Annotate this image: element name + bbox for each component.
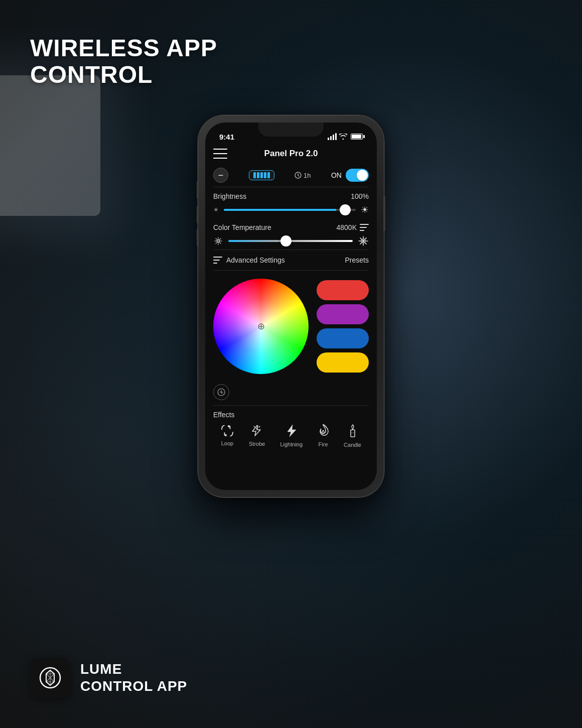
svg-point-2 <box>217 240 219 242</box>
headline: WIRELESS APP CONTROL <box>30 35 217 88</box>
strobe-effect[interactable]: Strobe <box>249 425 265 447</box>
color-preset-blue[interactable] <box>317 328 369 348</box>
color-wheel <box>213 279 309 374</box>
edit-icon-row <box>213 382 369 405</box>
app-title: Panel Pro 2.0 <box>264 149 318 159</box>
lightning-icon <box>287 424 296 439</box>
menu-icon[interactable] <box>213 149 227 159</box>
svg-point-4 <box>362 240 365 242</box>
minus-button[interactable]: − <box>213 168 228 183</box>
battery-segments <box>253 172 270 178</box>
candle-effect[interactable]: Candle <box>344 424 361 448</box>
color-temp-value: 4800K <box>337 223 357 231</box>
strobe-icon <box>251 425 262 439</box>
brightness-label: Brightness <box>213 192 246 200</box>
status-icons <box>328 133 363 140</box>
color-presets <box>317 280 369 373</box>
settings-list-icon <box>213 257 222 264</box>
color-area: ⊕ <box>213 271 369 382</box>
color-preset-purple[interactable] <box>317 304 369 324</box>
app-content: Panel Pro 2.0 − <box>205 145 377 453</box>
color-temp-label: Color Temperature <box>213 223 271 231</box>
color-temp-slider-row <box>213 235 369 247</box>
on-label: ON <box>331 171 342 179</box>
clock-icon <box>295 172 302 179</box>
toggle-knob <box>357 170 368 181</box>
candle-icon <box>348 424 357 440</box>
wifi-icon <box>339 134 347 140</box>
brightness-header: Brightness 100% <box>213 192 369 200</box>
fire-icon <box>318 424 329 439</box>
phone-notch <box>258 123 324 137</box>
strobe-label: Strobe <box>249 441 265 447</box>
color-preset-yellow[interactable] <box>317 352 369 373</box>
phone-screen: 9:41 <box>205 123 377 490</box>
controls-row: − <box>213 164 369 187</box>
warm-temp-icon <box>213 236 223 246</box>
brightness-section: Brightness 100% ☀ ☀ <box>213 187 369 218</box>
brightness-slider[interactable] <box>224 209 356 211</box>
phone-frame: 9:41 <box>198 115 384 497</box>
brightness-value: 100% <box>351 192 369 200</box>
bg-light-panel <box>0 75 151 266</box>
brightness-low-icon: ☀ <box>213 206 219 213</box>
brand-text: LUME CONTROL APP <box>80 661 187 694</box>
color-temp-thumb <box>280 235 292 247</box>
color-temp-section: Color Temperature 4800K <box>213 218 369 250</box>
list-icon[interactable] <box>360 224 369 231</box>
battery-display <box>249 170 274 180</box>
fire-label: Fire <box>319 441 328 447</box>
color-temp-header: Color Temperature 4800K <box>213 223 369 231</box>
advanced-settings-row: Advanced Settings Presets <box>213 250 369 271</box>
headline-line1: WIRELESS APP <box>30 35 217 62</box>
status-time: 9:41 <box>219 133 234 141</box>
loop-label: Loop <box>221 440 233 446</box>
on-toggle: ON <box>331 169 369 182</box>
color-wheel-container[interactable]: ⊕ <box>213 279 309 374</box>
brand-line2: CONTROL APP <box>80 678 187 695</box>
color-preset-red[interactable] <box>317 280 369 300</box>
lume-logo <box>38 665 63 690</box>
effects-row: Loop Strobe <box>213 424 369 453</box>
advanced-settings-left[interactable]: Advanced Settings <box>213 256 285 264</box>
edit-icon[interactable] <box>213 384 229 400</box>
effects-section: Effects Loop <box>213 405 369 453</box>
brand-line1: LUME <box>80 661 187 678</box>
brightness-thumb <box>340 204 351 215</box>
battery-icon <box>351 134 363 140</box>
candle-label: Candle <box>344 442 361 448</box>
signal-icon <box>328 133 337 140</box>
svg-rect-7 <box>351 430 355 437</box>
timer-display: 1h <box>295 172 311 179</box>
fire-effect[interactable]: Fire <box>318 424 329 447</box>
loop-effect[interactable]: Loop <box>221 425 234 446</box>
app-title-bar: Panel Pro 2.0 <box>213 145 369 164</box>
timer-value: 1h <box>304 172 311 179</box>
lightning-effect[interactable]: Lightning <box>280 424 303 447</box>
brightness-slider-row: ☀ ☀ <box>213 204 369 215</box>
toggle-switch[interactable] <box>346 169 369 182</box>
cool-temp-icon <box>358 235 369 247</box>
app-icon <box>30 658 70 698</box>
presets-label[interactable]: Presets <box>345 256 369 264</box>
phone-wrapper: 9:41 <box>198 115 384 497</box>
bottom-branding: LUME CONTROL APP <box>30 658 187 698</box>
brightness-high-icon: ☀ <box>361 204 369 215</box>
lightning-label: Lightning <box>280 441 303 447</box>
svg-point-6 <box>256 428 258 429</box>
effects-label: Effects <box>213 411 369 419</box>
color-temp-slider[interactable] <box>228 240 353 242</box>
loop-icon <box>221 425 234 438</box>
headline-line2: CONTROL <box>30 62 217 88</box>
advanced-settings-label: Advanced Settings <box>226 256 285 264</box>
